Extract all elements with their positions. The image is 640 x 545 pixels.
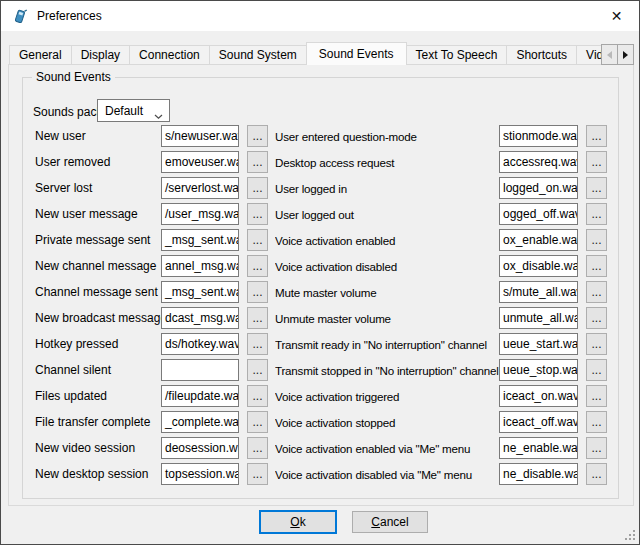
browse-button[interactable]: ... [586, 255, 607, 277]
tab-label: General [19, 48, 62, 62]
browse-button[interactable]: ... [586, 437, 607, 459]
tab-sound-events[interactable]: Sound Events [306, 42, 407, 65]
browse-button[interactable]: ... [247, 177, 268, 199]
sound-file-input[interactable]: /serverlost.wav [161, 177, 239, 199]
sound-event-label: New channel message [35, 259, 161, 273]
browse-button[interactable]: ... [247, 411, 268, 433]
sound-event-label: User logged out [275, 208, 499, 221]
browse-button[interactable]: ... [586, 359, 607, 381]
tab-text-to-speech[interactable]: Text To Speech [406, 45, 508, 65]
close-button[interactable]: ✕ [594, 1, 639, 30]
browse-button[interactable]: ... [247, 385, 268, 407]
tab-connection[interactable]: Connection [129, 45, 210, 65]
sound-file-input[interactable]: /user_msg.wav [161, 203, 239, 225]
window-title: Preferences [37, 9, 102, 23]
sound-event-label: New desktop session [35, 467, 161, 481]
tab-general[interactable]: General [9, 45, 72, 65]
sound-event-row: Voice activation enabledox_enable.wav... [275, 229, 607, 251]
tab-scroll-right-button[interactable] [617, 44, 634, 65]
browse-button[interactable]: ... [247, 255, 268, 277]
browse-button[interactable]: ... [586, 307, 607, 329]
tab-pane: Sound Events Sounds pack Default New use… [8, 64, 634, 506]
browse-button[interactable]: ... [586, 151, 607, 173]
sound-event-label: Hotkey pressed [35, 337, 161, 351]
sound-file-input[interactable]: ox_disable.wav [499, 255, 578, 277]
sound-file-input[interactable]: accessreq.wav [499, 151, 578, 173]
right-arrow-icon [623, 51, 628, 59]
sound-file-input[interactable]: iceact_off.wav [499, 411, 578, 433]
tab-display[interactable]: Display [71, 45, 130, 65]
sound-file-input[interactable]: ueue_start.wav [499, 333, 578, 355]
browse-button[interactable]: ... [247, 281, 268, 303]
browse-button[interactable]: ... [586, 229, 607, 251]
browse-button[interactable]: ... [247, 437, 268, 459]
sound-event-label: Files updated [35, 389, 161, 403]
sound-file-input[interactable]: ne_enable.wav [499, 437, 578, 459]
sound-file-input[interactable]: _msg_sent.wav [161, 281, 239, 303]
app-icon [12, 8, 28, 24]
sound-event-label: Voice activation enabled [275, 234, 499, 247]
tab-sound-system[interactable]: Sound System [209, 45, 307, 65]
tab-label: Sound Events [319, 47, 394, 61]
sound-file-input[interactable]: ne_disable.wav [499, 463, 578, 485]
browse-button[interactable]: ... [586, 333, 607, 355]
sound-file-input[interactable]: /fileupdate.wav [161, 385, 239, 407]
sound-file-input[interactable]: iceact_on.wav [499, 385, 578, 407]
sound-file-input[interactable]: deosession.wav [161, 437, 239, 459]
browse-button[interactable]: ... [586, 385, 607, 407]
sound-event-label: Transmit stopped in "No interruption" ch… [275, 364, 499, 377]
sound-event-row: File transfer complete_complete.wav... [35, 411, 268, 433]
sound-event-row: New video sessiondeosession.wav... [35, 437, 268, 459]
sound-event-row: Channel silent... [35, 359, 268, 381]
browse-button[interactable]: ... [247, 359, 268, 381]
browse-button[interactable]: ... [247, 151, 268, 173]
ok-button[interactable]: Ok [259, 510, 337, 534]
sound-file-input[interactable]: logged_on.wav [499, 177, 578, 199]
sound-file-input[interactable]: dcast_msg.wav [161, 307, 239, 329]
sound-file-input[interactable] [161, 359, 239, 381]
sound-event-row: New channel messageannel_msg.wav... [35, 255, 268, 277]
sound-event-row: New broadcast messagedcast_msg.wav... [35, 307, 268, 329]
browse-button[interactable]: ... [247, 333, 268, 355]
sound-file-input[interactable]: emoveuser.wav [161, 151, 239, 173]
sound-file-input[interactable]: annel_msg.wav [161, 255, 239, 277]
sound-file-input[interactable]: stionmode.wav [499, 125, 578, 147]
sound-file-input[interactable]: _complete.wav [161, 411, 239, 433]
browse-button[interactable]: ... [247, 203, 268, 225]
tab-scroll-left-button[interactable] [601, 44, 618, 65]
browse-button[interactable]: ... [586, 463, 607, 485]
browse-button[interactable]: ... [247, 125, 268, 147]
sound-file-input[interactable]: ogged_off.wav [499, 203, 578, 225]
tab-video[interactable]: Video [576, 45, 601, 65]
browse-button[interactable]: ... [586, 125, 607, 147]
sounds-pack-dropdown[interactable]: Default [97, 99, 170, 122]
sound-event-label: Server lost [35, 181, 161, 195]
cancel-button[interactable]: Cancel [352, 511, 428, 533]
browse-button[interactable]: ... [586, 177, 607, 199]
tab-label: Sound System [219, 48, 297, 62]
sound-file-input[interactable]: s/mute_all.wav [499, 281, 578, 303]
groupbox-title: Sound Events [32, 70, 115, 84]
sound-file-input[interactable]: topsession.wav [161, 463, 239, 485]
sound-event-label: Voice activation stopped [275, 416, 499, 429]
browse-button[interactable]: ... [247, 229, 268, 251]
sound-file-input[interactable]: s/newuser.wav [161, 125, 239, 147]
sound-file-input[interactable]: ox_enable.wav [499, 229, 578, 251]
sound-file-input[interactable]: ueue_stop.wav [499, 359, 578, 381]
browse-button[interactable]: ... [586, 203, 607, 225]
resize-grip[interactable] [625, 530, 636, 541]
sound-file-input[interactable]: _msg_sent.wav [161, 229, 239, 251]
sound-file-input[interactable]: unmute_all.wav [499, 307, 578, 329]
tab-shortcuts[interactable]: Shortcuts [506, 45, 577, 65]
sound-event-row: Voice activation triggerediceact_on.wav.… [275, 385, 607, 407]
browse-button[interactable]: ... [247, 307, 268, 329]
sound-event-row: Transmit ready in "No interruption" chan… [275, 333, 607, 355]
sound-event-label: Voice activation triggered [275, 390, 499, 403]
sound-event-row: Desktop access requestaccessreq.wav... [275, 151, 607, 173]
browse-button[interactable]: ... [247, 463, 268, 485]
sound-file-input[interactable]: ds/hotkey.wav [161, 333, 239, 355]
browse-button[interactable]: ... [586, 281, 607, 303]
browse-button[interactable]: ... [586, 411, 607, 433]
sound-event-label: New user message [35, 207, 161, 221]
tab-label: Video [586, 48, 601, 62]
